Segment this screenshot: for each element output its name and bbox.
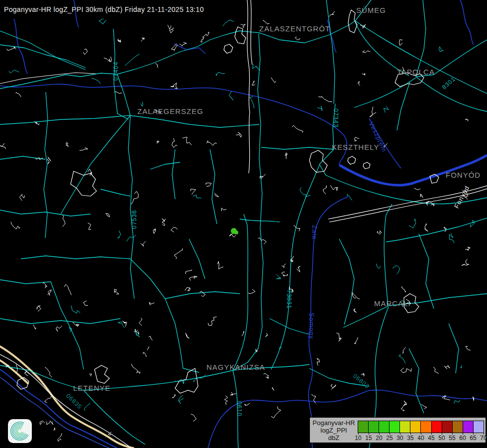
- met-logo: [8, 419, 32, 443]
- legend-color-cell: [474, 421, 484, 433]
- road-lines: [0, 0, 487, 448]
- legend-tick-value: 50: [437, 435, 447, 442]
- spiral-logo-icon: [9, 420, 31, 442]
- legend-unit-label: dbZ: [328, 434, 339, 442]
- city-label: FONYÓD: [446, 171, 481, 179]
- legend-tick-labels: 10152025303540455055606570: [358, 433, 487, 443]
- road-number-label: 73831: [286, 290, 292, 309]
- legend-color-cell: [390, 421, 400, 433]
- legend-tick-value: 45: [426, 435, 436, 442]
- road-number-label: 0610: [236, 401, 243, 417]
- legend-tick-value: 30: [395, 435, 405, 442]
- legend-tick-value: 65: [468, 435, 478, 442]
- legend-color-cell: [453, 421, 463, 433]
- city-label: LETENYE: [73, 384, 110, 392]
- city-label: NAGYKANIZSA: [206, 363, 265, 371]
- city-label: MARCALI: [374, 299, 411, 308]
- legend-panel: Poganyvar-HR logZ_PPI dbZ 10152025303540…: [309, 417, 486, 443]
- legend-tick-value: 15: [364, 435, 374, 442]
- legend-product-name: logZ_PPI: [320, 427, 347, 434]
- legend-tick-value: 35: [405, 435, 415, 442]
- legend-radar-name: Poganyvar-HR: [312, 419, 355, 427]
- legend-tick-value: 40: [416, 435, 426, 442]
- region-name-label: Somogy: [308, 313, 315, 339]
- river-lines: [0, 0, 487, 448]
- legend-color-cell: [410, 421, 421, 433]
- region-name-label: Zala: [311, 225, 318, 239]
- city-label: TAPOLCA: [397, 68, 435, 76]
- city-label: SÜMEG: [356, 6, 386, 14]
- legend-color-cell: [421, 421, 431, 433]
- radar-map-canvas: [0, 0, 487, 448]
- road-number-label: 07343: [332, 109, 339, 127]
- legend-tick-value: 25: [385, 435, 394, 442]
- city-label: ZALAEGERSZEG: [137, 107, 203, 115]
- legend-color-bar: [358, 421, 484, 433]
- legend-color-cell: [369, 421, 379, 433]
- legend-color-cell: [442, 421, 453, 433]
- legend-color-cell: [432, 421, 442, 433]
- radar-title: Poganyvar-HR logZ_PPI 30km (dbZ) Friday …: [4, 5, 204, 13]
- legend-tick-value: 20: [374, 435, 384, 442]
- legend-tick-value: 60: [458, 435, 468, 442]
- legend-bar-area: 10152025303540455055606570: [358, 418, 486, 443]
- legend-color-cell: [358, 421, 369, 433]
- city-label: KESZTHELY: [332, 143, 379, 151]
- legend-color-cell: [463, 421, 474, 433]
- radar-echo: [231, 228, 238, 234]
- city-label: ZALASZENTGRÓT: [259, 24, 330, 33]
- legend-text-block: Poganyvar-HR logZ_PPI dbZ: [310, 418, 358, 443]
- road-number-label: 07536: [131, 210, 138, 229]
- map-texture-squiggles-cyan: [9, 19, 475, 411]
- road-number-label: 07404: [112, 62, 119, 81]
- legend-color-cell: [379, 421, 390, 433]
- legend-color-cell: [400, 421, 410, 433]
- legend-tick-value: 70: [479, 435, 487, 442]
- legend-tick-value: 10: [353, 435, 363, 442]
- settlement-lines: [0, 0, 487, 448]
- radar-screenshot: Poganyvar-HR logZ_PPI 30km (dbZ) Friday …: [0, 0, 487, 448]
- legend-tick-value: 55: [447, 435, 457, 442]
